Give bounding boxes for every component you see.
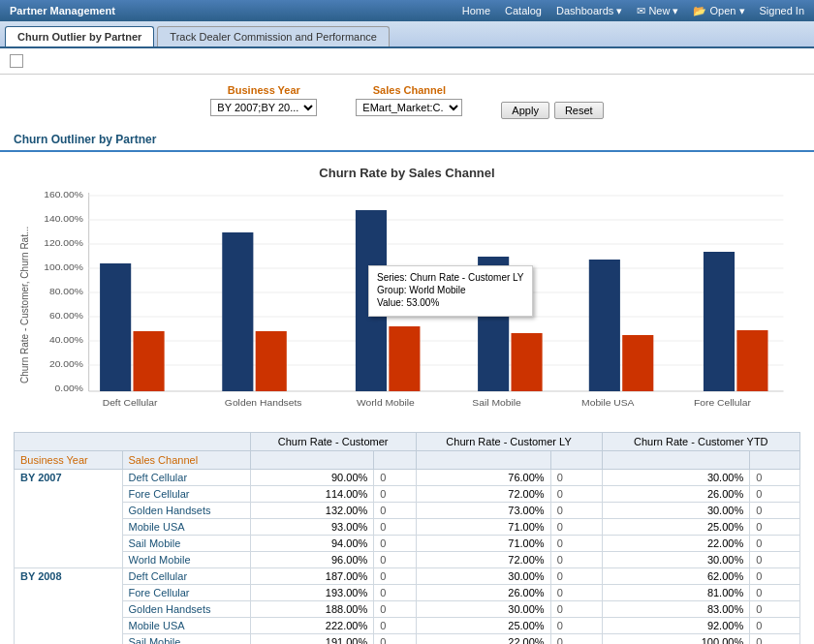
crly-value: 71.00% <box>416 519 550 536</box>
tab-bar: Churn Outlier by Partner Track Dealer Co… <box>0 21 814 48</box>
crly-bar: 0 <box>550 552 602 568</box>
crytd-bar: 0 <box>750 568 800 585</box>
cr-bar: 0 <box>374 634 416 645</box>
crytd-value: 62.00% <box>602 568 750 585</box>
toolbar-row <box>0 48 814 75</box>
nav-home[interactable]: Home <box>462 5 490 17</box>
col-crytd-val <box>602 451 750 470</box>
sales-channel-label: Sales Channel <box>373 84 446 96</box>
business-year-label: Business Year <box>228 84 300 96</box>
app-title: Partner Management <box>10 5 115 16</box>
nav-dashboards[interactable]: Dashboards ▾ <box>556 5 622 17</box>
crytd-bar: 0 <box>750 519 800 536</box>
crly-bar: 0 <box>550 519 602 536</box>
crly-value: 71.00% <box>416 536 550 552</box>
cr-bar: 0 <box>374 503 416 519</box>
crly-value: 26.00% <box>416 585 550 601</box>
reset-button[interactable]: Reset <box>554 102 604 119</box>
col-header-crytd: Churn Rate - Customer YTD <box>602 433 799 451</box>
cr-value: 193.00% <box>250 585 374 601</box>
svg-text:80.00%: 80.00% <box>49 287 83 296</box>
table-row: BY 2007 Deft Cellular 90.00% 0 76.00% 0 … <box>15 470 800 486</box>
channel-cell: Mobile USA <box>122 519 250 536</box>
col-crly-val <box>416 451 550 470</box>
business-year-select[interactable]: BY 2007;BY 20... <box>210 99 317 116</box>
crytd-value: 25.00% <box>602 519 750 536</box>
svg-text:100.00%: 100.00% <box>44 262 83 272</box>
nav-signed-in[interactable]: Signed In <box>760 5 804 17</box>
main-content: Business Year BY 2007;BY 20... Sales Cha… <box>0 48 814 644</box>
svg-text:World Mobile: World Mobile <box>357 398 415 408</box>
cr-value: 96.00% <box>250 552 374 568</box>
cr-value: 191.00% <box>250 634 374 645</box>
svg-rect-32 <box>622 335 653 391</box>
svg-rect-34 <box>704 252 735 391</box>
cr-bar: 0 <box>374 486 416 503</box>
chart-tooltip: Series: Churn Rate - Customer LY Group: … <box>368 265 533 317</box>
channel-cell: Deft Cellular <box>122 470 250 486</box>
col-cr-val <box>250 451 374 470</box>
svg-rect-26 <box>389 326 420 391</box>
crly-value: 30.00% <box>416 568 550 585</box>
tab-track-dealer[interactable]: Track Dealer Commission and Performance <box>157 26 390 46</box>
svg-text:Deft Cellular: Deft Cellular <box>103 398 159 408</box>
svg-text:40.00%: 40.00% <box>49 335 83 345</box>
tab-track-dealer-label: Track Dealer Commission and Performance <box>170 31 377 43</box>
svg-text:Sail Mobile: Sail Mobile <box>472 398 520 408</box>
top-nav-bar: Partner Management Home Catalog Dashboar… <box>0 0 814 21</box>
svg-text:20.00%: 20.00% <box>49 359 83 369</box>
cr-value: 188.00% <box>250 601 374 618</box>
channel-cell: Sail Mobile <box>122 536 250 552</box>
crly-value: 72.00% <box>416 486 550 503</box>
crly-value: 30.00% <box>416 601 550 618</box>
col-crytd-bar <box>750 451 800 470</box>
channel-cell: World Mobile <box>122 552 250 568</box>
section-title: Churn Outliner by Partner <box>0 129 814 152</box>
toolbar-checkbox[interactable] <box>10 54 23 68</box>
cr-bar: 0 <box>374 552 416 568</box>
nav-catalog[interactable]: Catalog <box>505 5 542 17</box>
tab-churn-outlier[interactable]: Churn Outlier by Partner <box>5 26 154 46</box>
crytd-value: 81.00% <box>602 585 750 601</box>
crytd-bar: 0 <box>750 552 800 568</box>
crytd-value: 30.00% <box>602 503 750 519</box>
crly-value: 76.00% <box>416 470 550 486</box>
crytd-value: 92.00% <box>602 618 750 634</box>
svg-rect-20 <box>134 331 165 391</box>
cr-value: 132.00% <box>250 503 374 519</box>
sales-channel-select[interactable]: EMart_Market:C... <box>356 99 462 116</box>
year-cell: BY 2007 <box>15 470 123 568</box>
apply-button[interactable]: Apply <box>501 102 549 119</box>
crytd-bar: 0 <box>750 486 800 503</box>
channel-cell: Fore Cellular <box>122 486 250 503</box>
cr-value: 93.00% <box>250 519 374 536</box>
nav-new[interactable]: ✉ New ▾ <box>637 5 678 17</box>
channel-cell: Golden Handsets <box>122 601 250 618</box>
tab-churn-outlier-label: Churn Outlier by Partner <box>17 31 141 43</box>
crytd-bar: 0 <box>750 503 800 519</box>
crytd-value: 83.00% <box>602 601 750 618</box>
table-row: Sail Mobile 94.00% 0 71.00% 0 22.00% 0 <box>15 536 800 552</box>
crly-bar: 0 <box>550 486 602 503</box>
channel-cell: Golden Handsets <box>122 503 250 519</box>
table-row: Fore Cellular 193.00% 0 26.00% 0 81.00% … <box>15 585 800 601</box>
cr-bar: 0 <box>374 601 416 618</box>
cr-value: 94.00% <box>250 536 374 552</box>
chart-container: Churn Rate by Sales Channel Churn Rate -… <box>0 156 814 432</box>
y-axis-label: Churn Rate - Customer, Churn Rat... <box>19 188 39 422</box>
nav-open[interactable]: 📂 Open ▾ <box>693 5 744 17</box>
crly-value: 72.00% <box>416 552 550 568</box>
col-header-cr: Churn Rate - Customer <box>250 433 416 451</box>
crytd-bar: 0 <box>750 634 800 645</box>
crytd-bar: 0 <box>750 618 800 634</box>
crytd-bar: 0 <box>750 601 800 618</box>
filter-section: Business Year BY 2007;BY 20... Sales Cha… <box>0 75 814 129</box>
crly-bar: 0 <box>550 470 602 486</box>
table-row: Mobile USA 222.00% 0 25.00% 0 92.00% 0 <box>15 618 800 634</box>
col-cr-bar <box>374 451 416 470</box>
cr-bar: 0 <box>374 568 416 585</box>
svg-text:Mobile USA: Mobile USA <box>581 398 635 408</box>
crytd-value: 22.00% <box>602 536 750 552</box>
tooltip-value: Value: 53.00% <box>377 297 524 308</box>
chart-title: Churn Rate by Sales Channel <box>19 166 795 180</box>
